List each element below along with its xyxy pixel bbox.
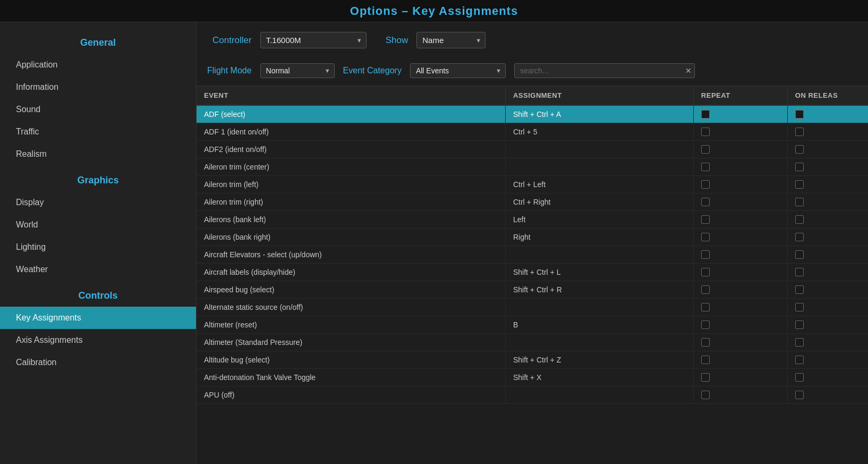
- cell-repeat[interactable]: [693, 229, 787, 246]
- sidebar-item-application[interactable]: Application: [0, 54, 196, 76]
- sidebar-item-lighting[interactable]: Lighting: [0, 236, 196, 258]
- cell-on-release[interactable]: [787, 105, 868, 123]
- table-row[interactable]: Aileron trim (center): [197, 158, 868, 176]
- repeat-checkbox[interactable]: [701, 285, 710, 294]
- sidebar-item-display[interactable]: Display: [0, 191, 196, 214]
- repeat-checkbox[interactable]: [701, 110, 710, 119]
- table-row[interactable]: Altimeter (Standard Pressure): [197, 334, 868, 351]
- on-release-checkbox[interactable]: [795, 320, 804, 329]
- cell-on-release[interactable]: [787, 299, 868, 316]
- sidebar-item-sound[interactable]: Sound: [0, 98, 196, 121]
- repeat-checkbox[interactable]: [701, 180, 710, 189]
- cell-repeat[interactable]: [693, 299, 787, 316]
- on-release-checkbox[interactable]: [795, 198, 804, 206]
- sidebar-item-key-assignments[interactable]: Key Assignments: [0, 307, 196, 329]
- cell-on-release[interactable]: [787, 158, 868, 176]
- on-release-checkbox[interactable]: [795, 215, 804, 224]
- on-release-checkbox[interactable]: [795, 303, 804, 311]
- cell-on-release[interactable]: [787, 316, 868, 334]
- repeat-checkbox[interactable]: [701, 145, 710, 154]
- cell-repeat[interactable]: [693, 316, 787, 334]
- table-row[interactable]: Aircraft labels (display/hide)Shift + Ct…: [197, 264, 868, 281]
- search-input[interactable]: [514, 63, 695, 78]
- controller-select[interactable]: T.16000M Keyboard Mouse: [260, 32, 367, 48]
- cell-on-release[interactable]: [787, 369, 868, 386]
- table-row[interactable]: Aileron trim (left)Ctrl + Left: [197, 176, 868, 193]
- cell-on-release[interactable]: [787, 141, 868, 158]
- on-release-checkbox[interactable]: [795, 233, 804, 241]
- cell-repeat[interactable]: [693, 264, 787, 281]
- repeat-checkbox[interactable]: [701, 373, 710, 382]
- cell-repeat[interactable]: [693, 351, 787, 369]
- cell-on-release[interactable]: [787, 351, 868, 369]
- flight-mode-select[interactable]: Normal All Instructor: [260, 63, 335, 78]
- table-row[interactable]: Airspeed bug (select)Shift + Ctrl + R: [197, 281, 868, 299]
- table-row[interactable]: ADF 1 (ident on/off)Ctrl + 5: [197, 123, 868, 141]
- repeat-checkbox[interactable]: [701, 338, 710, 347]
- cell-on-release[interactable]: [787, 334, 868, 351]
- table-row[interactable]: Aileron trim (right)Ctrl + Right: [197, 193, 868, 211]
- sidebar-item-world[interactable]: World: [0, 214, 196, 236]
- show-select[interactable]: Name ID: [416, 32, 486, 48]
- cell-on-release[interactable]: [787, 264, 868, 281]
- cell-on-release[interactable]: [787, 246, 868, 264]
- cell-on-release[interactable]: [787, 386, 868, 404]
- cell-repeat[interactable]: [693, 386, 787, 404]
- table-row[interactable]: ADF2 (ident on/off): [197, 141, 868, 158]
- table-row[interactable]: Altitude bug (select)Shift + Ctrl + Z: [197, 351, 868, 369]
- sidebar-item-weather[interactable]: Weather: [0, 258, 196, 281]
- sidebar-item-calibration[interactable]: Calibration: [0, 351, 196, 374]
- cell-repeat[interactable]: [693, 211, 787, 229]
- table-row[interactable]: Alternate static source (on/off): [197, 299, 868, 316]
- repeat-checkbox[interactable]: [701, 320, 710, 329]
- on-release-checkbox[interactable]: [795, 391, 804, 399]
- cell-repeat[interactable]: [693, 141, 787, 158]
- cell-on-release[interactable]: [787, 229, 868, 246]
- on-release-checkbox[interactable]: [795, 180, 804, 189]
- on-release-checkbox[interactable]: [795, 145, 804, 154]
- cell-repeat[interactable]: [693, 246, 787, 264]
- on-release-checkbox[interactable]: [795, 285, 804, 294]
- on-release-checkbox[interactable]: [795, 250, 804, 259]
- table-row[interactable]: Ailerons (bank right)Right: [197, 229, 868, 246]
- repeat-checkbox[interactable]: [701, 250, 710, 259]
- cell-repeat[interactable]: [693, 123, 787, 141]
- repeat-checkbox[interactable]: [701, 233, 710, 241]
- cell-repeat[interactable]: [693, 158, 787, 176]
- event-category-select[interactable]: All Events Navigation Engine Flight Cont…: [410, 63, 506, 78]
- cell-repeat[interactable]: [693, 193, 787, 211]
- table-row[interactable]: Aircraft Elevators - select (up/down): [197, 246, 868, 264]
- on-release-checkbox[interactable]: [795, 163, 804, 171]
- sidebar-item-traffic[interactable]: Traffic: [0, 121, 196, 143]
- table-row[interactable]: Anti-detonation Tank Valve ToggleShift +…: [197, 369, 868, 386]
- sidebar-item-information[interactable]: Information: [0, 76, 196, 98]
- cell-repeat[interactable]: [693, 334, 787, 351]
- on-release-checkbox[interactable]: [795, 110, 804, 119]
- sidebar-item-axis-assignments[interactable]: Axis Assignments: [0, 329, 196, 351]
- table-row[interactable]: Altimeter (reset)B: [197, 316, 868, 334]
- cell-repeat[interactable]: [693, 369, 787, 386]
- table-row[interactable]: APU (off): [197, 386, 868, 404]
- repeat-checkbox[interactable]: [701, 303, 710, 311]
- cell-on-release[interactable]: [787, 211, 868, 229]
- repeat-checkbox[interactable]: [701, 268, 710, 276]
- cell-on-release[interactable]: [787, 176, 868, 193]
- repeat-checkbox[interactable]: [701, 163, 710, 171]
- cell-repeat[interactable]: [693, 281, 787, 299]
- cell-repeat[interactable]: [693, 176, 787, 193]
- cell-on-release[interactable]: [787, 123, 868, 141]
- on-release-checkbox[interactable]: [795, 338, 804, 347]
- repeat-checkbox[interactable]: [701, 198, 710, 206]
- repeat-checkbox[interactable]: [701, 356, 710, 364]
- repeat-checkbox[interactable]: [701, 391, 710, 399]
- on-release-checkbox[interactable]: [795, 356, 804, 364]
- cell-on-release[interactable]: [787, 193, 868, 211]
- cell-repeat[interactable]: [693, 105, 787, 123]
- on-release-checkbox[interactable]: [795, 268, 804, 276]
- table-row[interactable]: Ailerons (bank left)Left: [197, 211, 868, 229]
- table-row[interactable]: ADF (select)Shift + Ctrl + A: [197, 105, 868, 123]
- search-clear-button[interactable]: ✕: [685, 66, 692, 75]
- cell-on-release[interactable]: [787, 281, 868, 299]
- repeat-checkbox[interactable]: [701, 215, 710, 224]
- sidebar-item-realism[interactable]: Realism: [0, 143, 196, 165]
